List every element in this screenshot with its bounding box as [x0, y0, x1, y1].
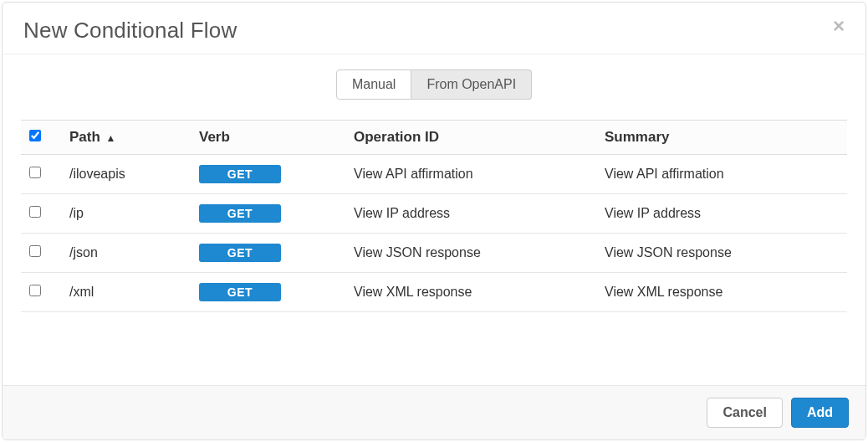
tab-manual[interactable]: Manual	[336, 69, 411, 100]
cell-path: /xml	[63, 273, 192, 312]
dialog-body: Manual From OpenAPI Path ▲ Verb Operatio…	[3, 54, 865, 385]
verb-badge: GET	[199, 165, 281, 183]
table-row: /ip GET View IP address View IP address	[21, 194, 847, 234]
cell-path: /iloveapis	[63, 155, 192, 194]
row-checkbox[interactable]	[29, 285, 41, 296]
col-header-path[interactable]: Path ▲	[63, 121, 192, 155]
row-checkbox[interactable]	[29, 167, 41, 178]
cell-summary: View IP address	[598, 194, 847, 234]
cell-operation-id: View XML response	[347, 273, 598, 312]
dialog-title: New Conditional Flow	[23, 18, 237, 44]
tab-from-openapi[interactable]: From OpenAPI	[411, 69, 532, 100]
col-header-path-label: Path	[69, 129, 100, 145]
col-header-select	[21, 121, 63, 155]
new-conditional-flow-dialog: New Conditional Flow × Manual From OpenA…	[2, 2, 866, 440]
select-all-checkbox[interactable]	[29, 130, 41, 141]
cell-summary: View XML response	[598, 273, 847, 312]
dialog-footer: Cancel Add	[3, 385, 865, 439]
cell-operation-id: View IP address	[347, 194, 598, 234]
cell-summary: View JSON response	[598, 234, 847, 273]
cell-operation-id: View JSON response	[347, 234, 598, 273]
verb-badge: GET	[199, 204, 281, 223]
row-checkbox[interactable]	[29, 206, 41, 218]
verb-badge: GET	[199, 283, 281, 301]
cell-path: /ip	[63, 194, 192, 234]
col-header-operation-id[interactable]: Operation ID	[347, 121, 598, 155]
close-icon[interactable]: ×	[833, 16, 845, 36]
dialog-header: New Conditional Flow ×	[3, 3, 865, 54]
flows-table: Path ▲ Verb Operation ID Summary /ilovea…	[21, 120, 847, 312]
flows-table-body: /iloveapis GET View API affirmation View…	[21, 155, 847, 312]
table-row: /iloveapis GET View API affirmation View…	[21, 155, 847, 194]
row-checkbox[interactable]	[29, 245, 41, 257]
col-header-summary[interactable]: Summary	[598, 121, 847, 155]
sort-ascending-icon: ▲	[106, 132, 116, 144]
verb-badge: GET	[199, 244, 281, 262]
table-row: /xml GET View XML response View XML resp…	[21, 273, 847, 312]
cancel-button[interactable]: Cancel	[707, 398, 782, 428]
add-button[interactable]: Add	[791, 398, 849, 428]
col-header-verb[interactable]: Verb	[192, 121, 347, 155]
cell-operation-id: View API affirmation	[347, 155, 598, 194]
table-row: /json GET View JSON response View JSON r…	[21, 234, 847, 273]
tab-group: Manual From OpenAPI	[21, 69, 847, 100]
cell-path: /json	[63, 234, 192, 273]
cell-summary: View API affirmation	[598, 155, 847, 194]
